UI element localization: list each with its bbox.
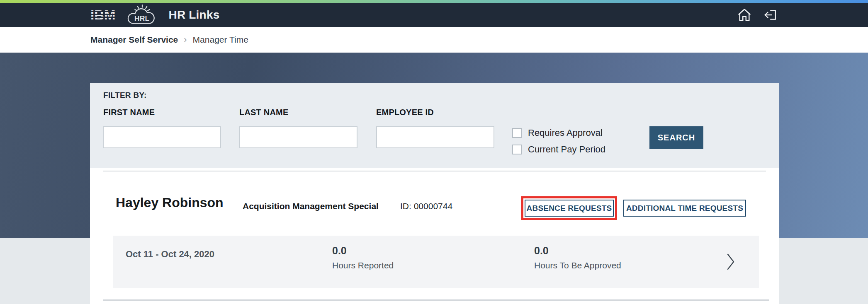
breadcrumb-separator-icon: › bbox=[184, 34, 187, 45]
additional-time-requests-button[interactable]: ADDITIONAL TIME REQUESTS bbox=[623, 200, 746, 217]
breadcrumb: Manager Self Service › Manager Time bbox=[0, 27, 868, 53]
requires-approval-checkbox[interactable] bbox=[512, 128, 522, 138]
last-name-input[interactable] bbox=[239, 126, 357, 148]
hours-reported-label: Hours Reported bbox=[332, 261, 394, 270]
requires-approval-label: Requires Approval bbox=[528, 128, 603, 138]
app-header: IBM HRL HR Links bbox=[0, 3, 868, 27]
chevron-right-icon[interactable] bbox=[726, 252, 736, 273]
employee-job-title: Acquisition Management Special bbox=[243, 201, 379, 211]
ibm-logo: IBM bbox=[90, 8, 116, 22]
header-actions bbox=[737, 3, 868, 27]
search-button[interactable]: SEARCH bbox=[649, 126, 703, 149]
screen: IBM HRL HR Links bbox=[0, 0, 868, 304]
employee-id-value: ID: 00000744 bbox=[400, 201, 452, 211]
breadcrumb-current-page: Manager Time bbox=[193, 35, 248, 45]
employee-id-label: EMPLOYEE ID bbox=[376, 108, 434, 117]
current-pay-period-option: Current Pay Period bbox=[512, 144, 605, 155]
filter-panel: FILTER BY: FIRST NAME LAST NAME EMPLOYEE… bbox=[90, 83, 779, 168]
brand-gradient-strip bbox=[0, 0, 868, 3]
bottom-divider bbox=[103, 299, 769, 301]
current-pay-period-label: Current Pay Period bbox=[528, 144, 605, 155]
brand-title: HR Links bbox=[169, 8, 220, 22]
pay-period-range: Oct 11 - Oct 24, 2020 bbox=[126, 249, 214, 260]
first-name-input[interactable] bbox=[103, 126, 221, 148]
hours-to-approve-label: Hours To Be Approved bbox=[534, 261, 621, 270]
sign-out-icon[interactable] bbox=[763, 7, 778, 22]
ibm-logo-stripes bbox=[90, 9, 117, 22]
employee-name: Hayley Robinson bbox=[116, 195, 224, 210]
breadcrumb-section[interactable]: Manager Self Service bbox=[90, 35, 178, 45]
absence-requests-highlight: ABSENCE REQUESTS bbox=[521, 196, 617, 220]
brand: IBM HRL HR Links bbox=[90, 3, 219, 27]
requires-approval-option: Requires Approval bbox=[512, 128, 603, 138]
absence-requests-button[interactable]: ABSENCE REQUESTS bbox=[525, 200, 614, 217]
hrl-badge-text: HRL bbox=[134, 14, 149, 23]
last-name-label: LAST NAME bbox=[239, 108, 288, 117]
current-pay-period-checkbox[interactable] bbox=[512, 145, 522, 154]
pay-period-row[interactable]: Oct 11 - Oct 24, 2020 0.0 Hours Reported… bbox=[113, 236, 759, 288]
employee-id-input[interactable] bbox=[376, 126, 494, 148]
hr-links-cloud-icon: HRL bbox=[125, 4, 160, 26]
hours-to-approve-value: 0.0 bbox=[534, 245, 549, 257]
manager-time-card: FILTER BY: FIRST NAME LAST NAME EMPLOYEE… bbox=[90, 83, 779, 304]
panel-divider bbox=[103, 171, 766, 171]
filter-title: FILTER BY: bbox=[103, 91, 147, 100]
home-icon[interactable] bbox=[737, 7, 752, 22]
first-name-label: FIRST NAME bbox=[103, 108, 155, 117]
hours-reported-value: 0.0 bbox=[332, 245, 347, 257]
